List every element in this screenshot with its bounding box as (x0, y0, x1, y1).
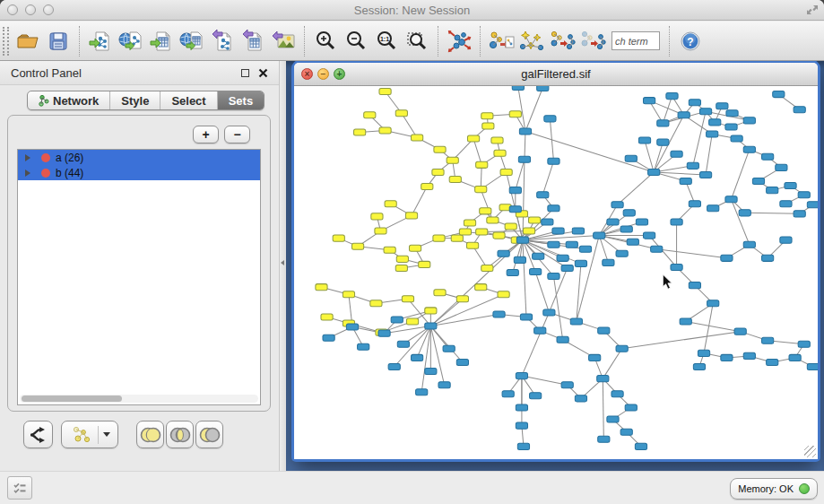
graph-node-blue[interactable] (597, 376, 609, 382)
search-input[interactable] (611, 31, 660, 50)
graph-node-blue[interactable] (780, 237, 792, 243)
graph-node-blue[interactable] (620, 429, 632, 435)
float-panel-icon[interactable] (241, 69, 249, 77)
graph-node-blue[interactable] (680, 178, 691, 184)
hide-selected-button[interactable] (547, 25, 577, 57)
network-frame[interactable]: × − + galFiltered.sif (294, 63, 818, 459)
network-frame-titlebar[interactable]: × − + galFiltered.sif (294, 63, 818, 86)
graph-node-blue[interactable] (666, 93, 678, 100)
graph-node-blue[interactable] (517, 443, 529, 449)
graph-node-blue[interactable] (594, 232, 605, 239)
graph-node-yellow[interactable] (449, 176, 461, 182)
graph-node-blue[interactable] (507, 269, 518, 275)
graph-node-blue[interactable] (416, 389, 428, 395)
help-button[interactable]: ? (675, 25, 706, 57)
fullscreen-icon[interactable] (806, 4, 819, 16)
graph-node-blue[interactable] (520, 314, 532, 320)
export-table-button[interactable] (238, 25, 268, 57)
graph-node-blue[interactable] (638, 137, 650, 143)
graph-node-blue[interactable] (323, 335, 334, 341)
graph-node-blue[interactable] (671, 219, 682, 225)
zoom-in-button[interactable] (310, 25, 341, 57)
collapse-panel-icon[interactable] (281, 260, 284, 265)
graph-node-blue[interactable] (794, 107, 805, 113)
graph-node-yellow[interactable] (333, 235, 344, 241)
zoom-fit-selected-button[interactable] (402, 25, 432, 57)
graph-node-blue[interactable] (625, 155, 637, 161)
graph-node-blue[interactable] (657, 120, 669, 126)
graph-node-yellow[interactable] (370, 300, 382, 307)
graph-node-blue[interactable] (438, 382, 450, 388)
graph-node-blue[interactable] (530, 268, 542, 274)
network-graph[interactable] (294, 86, 818, 459)
graph-node-yellow[interactable] (529, 217, 541, 223)
graph-node-blue[interactable] (651, 246, 663, 252)
graph-node-blue[interactable] (644, 98, 655, 104)
graph-node-blue[interactable] (516, 237, 528, 243)
graph-node-blue[interactable] (687, 162, 698, 169)
graph-node-blue[interactable] (707, 131, 718, 137)
graph-node-blue[interactable] (689, 100, 700, 106)
graph-node-blue[interactable] (776, 164, 787, 170)
network-canvas[interactable] (294, 86, 818, 459)
graph-node-yellow[interactable] (475, 284, 487, 291)
graph-node-blue[interactable] (607, 416, 619, 422)
horizontal-scrollbar[interactable] (20, 395, 258, 403)
graph-node-yellow[interactable] (487, 217, 499, 223)
graph-node-blue[interactable] (548, 158, 559, 164)
graph-node-yellow[interactable] (464, 220, 475, 226)
graph-node-blue[interactable] (425, 323, 437, 329)
graph-node-blue[interactable] (544, 116, 556, 122)
graph-node-yellow[interactable] (351, 243, 363, 249)
graph-node-yellow[interactable] (481, 265, 493, 271)
graph-node-blue[interactable] (743, 352, 755, 359)
graph-node-blue[interactable] (493, 311, 505, 317)
graph-node-yellow[interactable] (447, 157, 458, 163)
graph-node-blue[interactable] (516, 404, 527, 411)
graph-node-blue[interactable] (698, 350, 709, 356)
export-image-button[interactable] (268, 25, 299, 57)
graph-node-blue[interactable] (557, 255, 568, 261)
graph-node-blue[interactable] (762, 153, 774, 160)
graph-node-blue[interactable] (537, 86, 549, 91)
graph-node-blue[interactable] (561, 265, 573, 271)
graph-node-yellow[interactable] (412, 135, 423, 141)
export-network-button[interactable] (207, 25, 238, 57)
graph-node-blue[interactable] (443, 345, 455, 352)
graph-node-blue[interactable] (620, 226, 632, 232)
import-table-file-button[interactable] (146, 25, 177, 57)
graph-node-blue[interactable] (575, 260, 586, 266)
graph-node-blue[interactable] (625, 404, 637, 411)
graph-node-yellow[interactable] (481, 113, 493, 119)
graph-node-blue[interactable] (552, 228, 564, 234)
graph-node-blue[interactable] (725, 196, 737, 203)
zoom-out-button[interactable] (341, 25, 371, 57)
graph-node-blue[interactable] (762, 337, 774, 343)
graph-node-blue[interactable] (575, 395, 586, 402)
graph-node-yellow[interactable] (379, 127, 391, 134)
graph-node-blue[interactable] (611, 202, 623, 208)
graph-node-blue[interactable] (734, 328, 746, 335)
graph-node-blue[interactable] (397, 341, 409, 347)
window-titlebar[interactable]: Session: New Session (0, 0, 824, 21)
graph-node-yellow[interactable] (476, 161, 488, 168)
split-set-button[interactable] (23, 421, 53, 448)
graph-node-blue[interactable] (566, 241, 577, 248)
graph-node-blue[interactable] (721, 354, 733, 361)
graph-node-blue[interactable] (598, 436, 610, 442)
graph-node-blue[interactable] (589, 354, 601, 361)
graph-node-blue[interactable] (689, 282, 700, 289)
graph-node-yellow[interactable] (405, 213, 417, 219)
graph-node-yellow[interactable] (434, 290, 446, 296)
graph-node-yellow[interactable] (493, 232, 505, 239)
graph-node-blue[interactable] (671, 264, 682, 270)
graph-node-blue[interactable] (789, 354, 801, 361)
graph-node-blue[interactable] (509, 187, 521, 194)
graph-node-blue[interactable] (616, 250, 628, 256)
graph-node-blue[interactable] (579, 246, 591, 252)
graph-node-blue[interactable] (798, 192, 810, 198)
graph-node-blue[interactable] (699, 109, 711, 115)
graph-node-blue[interactable] (678, 112, 690, 118)
set-row[interactable]: b (44) (18, 165, 260, 180)
graph-node-yellow[interactable] (316, 284, 327, 291)
